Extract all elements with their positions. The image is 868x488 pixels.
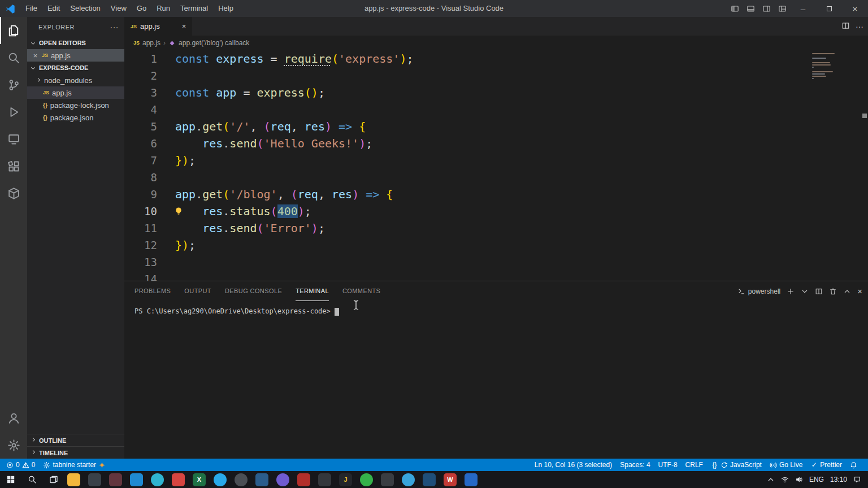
split-terminal-button[interactable]	[815, 287, 823, 295]
menu-edit[interactable]: Edit	[42, 0, 65, 17]
activitybar-explorer[interactable]	[0, 17, 27, 44]
status-indentation[interactable]: Spaces: 4	[616, 459, 654, 471]
overview-ruler[interactable]	[861, 50, 868, 281]
activitybar-settings[interactable]	[0, 432, 27, 459]
taskbar-app-media-app[interactable]	[109, 473, 122, 486]
menu-terminal[interactable]: Terminal	[175, 0, 213, 17]
minimize-button[interactable]: –	[790, 0, 816, 17]
taskbar-app-media-player[interactable]	[318, 473, 331, 486]
panel-tab-output[interactable]: OUTPUT	[184, 281, 211, 301]
open-editor-app.js[interactable]: ×JSapp.js	[27, 49, 124, 62]
file-package.json[interactable]: {}package.json	[27, 111, 124, 124]
toggle-secondary-sidebar-button[interactable]	[758, 0, 774, 17]
menu-view[interactable]: View	[106, 0, 132, 17]
taskbar-app-excel[interactable]: X	[193, 473, 206, 486]
taskbar-app-monitor-app[interactable]	[423, 473, 436, 486]
kill-terminal-button[interactable]	[829, 287, 837, 295]
tray-chevron-up-button[interactable]	[767, 476, 775, 483]
tray-language[interactable]: ENG	[809, 476, 824, 483]
scrollbar-thumb[interactable]	[862, 114, 867, 118]
toggle-sidebar-button[interactable]	[727, 0, 743, 17]
activitybar-search[interactable]	[0, 44, 27, 71]
status-prettier[interactable]: ✓Prettier	[806, 459, 846, 471]
taskbar-app-security-app[interactable]	[172, 473, 185, 486]
code-line-8[interactable]: 8	[124, 169, 868, 186]
open-editors-section-header[interactable]: OPEN EDITORS	[27, 37, 124, 49]
taskbar-start-button[interactable]	[0, 471, 21, 488]
taskbar-app-mail-app[interactable]	[465, 473, 478, 486]
code-line-13[interactable]: 13	[124, 254, 868, 271]
breadcrumb-file[interactable]: app.js	[142, 39, 160, 47]
toggle-panel-button[interactable]	[743, 0, 758, 17]
breadcrumb-symbol[interactable]: app.get('/blog') callback	[179, 39, 249, 47]
taskbar-app-youtube[interactable]	[297, 473, 310, 486]
code-line-7[interactable]: 7});	[124, 152, 868, 169]
activitybar-run-and-debug[interactable]	[0, 98, 27, 125]
split-editor-button[interactable]	[841, 21, 850, 32]
file-app.js[interactable]: JSapp.js	[27, 86, 124, 99]
tray-notifications-button[interactable]	[853, 476, 861, 483]
taskbar-app-edge[interactable]	[151, 473, 164, 486]
menu-run[interactable]: Run	[151, 0, 175, 17]
explorer-more-actions-icon[interactable]: ···	[110, 23, 119, 32]
code-line-5[interactable]: 5app.get('/', (req, res) => {	[124, 118, 868, 135]
maximize-panel-button[interactable]	[843, 287, 851, 295]
file-node_modules[interactable]: node_modules	[27, 74, 124, 86]
panel-tab-terminal[interactable]: TERMINAL	[296, 281, 329, 301]
taskbar-app-browser-app[interactable]	[235, 473, 248, 486]
folder-section-header[interactable]: EXPRESS-CODE	[27, 62, 124, 74]
code-line-10[interactable]: 10 res.status(400);	[124, 203, 868, 220]
section-outline[interactable]: OUTLINE	[27, 434, 124, 446]
code-line-12[interactable]: 12});	[124, 237, 868, 254]
activitybar-accounts[interactable]	[0, 404, 27, 432]
status-go-live[interactable]: Go Live	[766, 459, 806, 471]
close-tab-icon[interactable]: ×	[180, 22, 188, 30]
taskbar-app-file-explorer[interactable]	[67, 473, 80, 486]
terminal[interactable]: PS C:\Users\ag290\OneDrive\Desktop\expre…	[124, 301, 868, 316]
menu-selection[interactable]: Selection	[65, 0, 105, 17]
taskbar-app-calculator[interactable]	[88, 473, 101, 486]
activitybar-extensions[interactable]	[0, 152, 27, 180]
menu-go[interactable]: Go	[132, 0, 151, 17]
quick-fix-lightbulb-icon[interactable]	[174, 207, 183, 216]
maximize-button[interactable]	[816, 0, 842, 17]
tray-clock[interactable]: 13:10	[830, 476, 847, 483]
tray-volume-button[interactable]	[795, 476, 803, 483]
code-line-1[interactable]: 1const express = require('express');	[124, 50, 868, 67]
file-package-lock.json[interactable]: {}package-lock.json	[27, 99, 124, 111]
code-line-11[interactable]: 11 res.send('Error');	[124, 220, 868, 237]
taskbar-app-w-app[interactable]: W	[444, 473, 457, 486]
code-line-3[interactable]: 3const app = express();	[124, 84, 868, 101]
close-editor-icon[interactable]: ×	[32, 51, 39, 60]
taskbar-app-whatsapp[interactable]	[360, 473, 373, 486]
taskbar-app-app-dark[interactable]	[381, 473, 394, 486]
shell-selector[interactable]: powershell	[737, 287, 780, 295]
tray-network-button[interactable]	[781, 476, 789, 483]
taskbar-app-discord[interactable]	[276, 473, 289, 486]
section-timeline[interactable]: TIMELINE	[27, 446, 124, 459]
activitybar-package-explorer[interactable]	[0, 180, 27, 207]
panel-tab-comments[interactable]: COMMENTS	[342, 281, 380, 301]
tab-app.js[interactable]: JSapp.js×	[124, 17, 192, 36]
customize-layout-button[interactable]	[774, 0, 790, 17]
code-editor[interactable]: 1const express = require('express');23co…	[124, 50, 868, 281]
status-cursor-position[interactable]: Ln 10, Col 16 (3 selected)	[531, 459, 616, 471]
close-button[interactable]: ×	[842, 0, 868, 17]
status-notifications[interactable]	[846, 459, 861, 471]
menu-help[interactable]: Help	[213, 0, 238, 17]
panel-tab-problems[interactable]: PROBLEMS	[134, 281, 171, 301]
taskbar-app-skype[interactable]	[214, 473, 227, 486]
terminal-dropdown-button[interactable]	[801, 287, 809, 295]
code-line-9[interactable]: 9app.get('/blog', (req, res) => {	[124, 186, 868, 203]
code-line-14[interactable]: 14	[124, 271, 868, 281]
status-encoding[interactable]: UTF-8	[654, 459, 682, 471]
new-terminal-button[interactable]	[787, 287, 795, 295]
activitybar-remote-explorer[interactable]	[0, 125, 27, 152]
status-tabnine[interactable]: tabnine starter	[39, 459, 110, 471]
taskbar-task-view-button[interactable]	[43, 471, 64, 488]
taskbar-app-j-app[interactable]: J	[339, 473, 352, 486]
panel-tab-debug-console[interactable]: DEBUG CONSOLE	[225, 281, 282, 301]
taskbar-search-button[interactable]	[21, 471, 43, 488]
menu-file[interactable]: File	[20, 0, 42, 17]
taskbar-app-display-app[interactable]	[255, 473, 268, 486]
